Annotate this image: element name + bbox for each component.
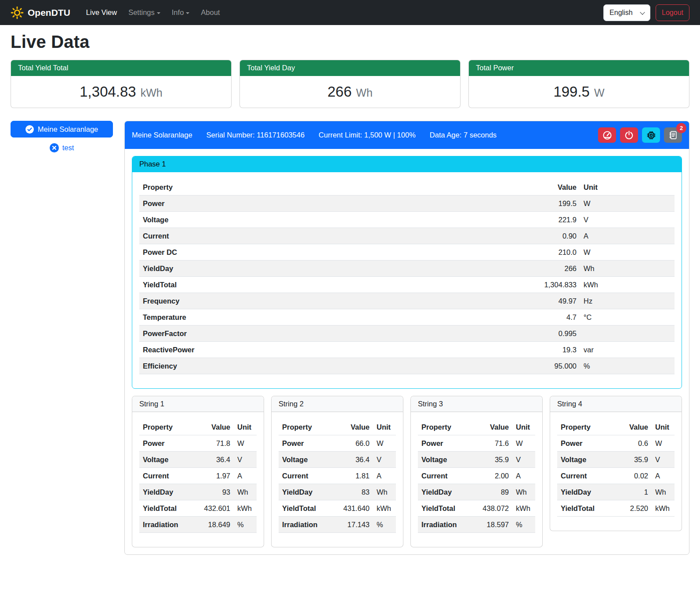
language-select[interactable]: English [603,4,650,21]
table-row: Current0.90A [139,228,675,244]
power-toggle-button[interactable] [620,127,638,143]
table-row: YieldTotal432.601kWh [139,500,257,517]
value-cell: 17.143 [331,517,373,533]
unit-cell: W [580,244,675,261]
sun-icon [11,6,24,19]
total-yield-total-unit: kWh [141,87,163,99]
property-cell: Voltage [279,452,331,468]
unit-cell: V [373,452,396,468]
unit-cell: W [512,435,535,452]
inverter-data-age: Data Age: 7 seconds [430,131,497,139]
property-cell: Current [139,468,192,484]
limit-settings-button[interactable] [598,127,616,143]
value-cell: 0.90 [403,228,580,244]
value-cell: 1.81 [331,468,373,484]
nav-item-info[interactable]: Info [167,5,194,20]
value-cell: 93 [192,484,234,500]
unit-cell: V [234,452,257,468]
nav-item-about[interactable]: About [196,5,224,20]
total-yield-day-value: 266 [327,83,352,100]
card-body: 1,304.83 kWh [11,76,231,108]
property-cell: Power [418,435,471,452]
power-icon [624,130,634,140]
table-row: ReactivePower19.3var [139,342,675,358]
inverter-name: Meine Solaranlage [132,131,192,139]
total-yield-total-value: 1,304.83 [80,83,136,100]
value-cell: 18.649 [192,517,234,533]
property-cell: Efficiency [139,358,403,374]
value-cell: 89 [471,484,512,500]
column-header-property: Property [139,419,192,435]
column-header-property: Property [279,419,331,435]
unit-cell: kWh [580,277,675,293]
logout-button[interactable]: Logout [656,4,689,21]
unit-cell: Wh [373,484,396,500]
nav-item-settings[interactable]: Settings [124,5,165,20]
card-body: 266 Wh [240,76,460,108]
table-row: Power71.8W [139,435,257,452]
property-cell: Power [139,195,403,212]
x-circle-icon [50,143,59,152]
page-title: Live Data [11,32,689,52]
unit-cell: Wh [652,484,675,500]
unit-cell: W [652,435,675,452]
value-cell: 95.000 [403,358,580,374]
nav-item-live-view[interactable]: Live View [82,5,121,20]
inverter-selected-label: Meine Solaranlage [38,125,98,134]
navbar-right: English Logout [603,4,689,21]
property-cell: Irradiation [418,517,471,533]
string-card-2: String 2 PropertyValueUnitPower66.0WVolt… [271,396,403,547]
inverter-item-test[interactable]: test [11,143,113,152]
value-cell: 221.9 [403,212,580,228]
table-header-row: PropertyValueUnit [139,419,257,435]
column-header-property: Property [418,419,471,435]
table-row: YieldDay93Wh [139,484,257,500]
table-row: Irradiation17.143% [279,517,396,533]
device-info-button[interactable] [642,127,660,143]
value-cell: 210.0 [403,244,580,261]
table-row: YieldTotal438.072kWh [418,500,535,517]
phase-card-title: Phase 1 [132,156,682,172]
table-row: YieldDay266Wh [139,261,675,277]
value-cell: 1.97 [192,468,234,484]
property-cell: Voltage [557,452,610,468]
table-row: YieldDay83Wh [279,484,396,500]
table-header-row: PropertyValueUnit [557,419,675,435]
property-cell: YieldDay [279,484,331,500]
property-cell: Current [279,468,331,484]
value-cell: 438.072 [471,500,512,517]
table-row: PowerFactor0.995 [139,326,675,342]
card-total-power: Total Power 199.5 W [468,60,689,108]
unit-cell: °C [580,309,675,326]
chevron-down-icon [157,12,160,14]
string-1-table: PropertyValueUnitPower71.8WVoltage36.4VC… [139,419,257,533]
property-cell: YieldDay [139,261,403,277]
table-row: Current1.97A [139,468,257,484]
property-cell: YieldTotal [279,500,331,517]
table-header-row: PropertyValueUnit [418,419,535,435]
property-cell: Current [418,468,471,484]
column-header-unit: Unit [373,419,396,435]
value-cell: 2.520 [610,500,652,517]
value-cell: 19.3 [403,342,580,358]
card-title: Total Yield Total [11,60,231,76]
property-cell: Power [279,435,331,452]
inverter-card: Meine Solaranlage Serial Number: 1161716… [124,121,689,555]
inverter-selected-button[interactable]: Meine Solaranlage [11,121,113,137]
eventlog-button[interactable]: 2 [664,127,682,143]
table-row: YieldTotal431.640kWh [279,500,396,517]
card-title: Total Yield Day [240,60,460,76]
unit-cell: Hz [580,293,675,309]
table-row: Voltage35.9V [557,452,675,468]
column-header-value: Value [403,179,580,195]
table-row: Current2.00A [418,468,535,484]
value-cell: 0.6 [610,435,652,452]
column-header-unit: Unit [652,419,675,435]
table-row: Irradiation18.597% [418,517,535,533]
property-cell: YieldTotal [418,500,471,517]
column-header-property: Property [139,179,403,195]
string-card-title: String 2 [272,396,403,412]
table-row: Current0.02A [557,468,675,484]
value-cell: 36.4 [331,452,373,468]
brand[interactable]: OpenDTU [11,6,70,19]
